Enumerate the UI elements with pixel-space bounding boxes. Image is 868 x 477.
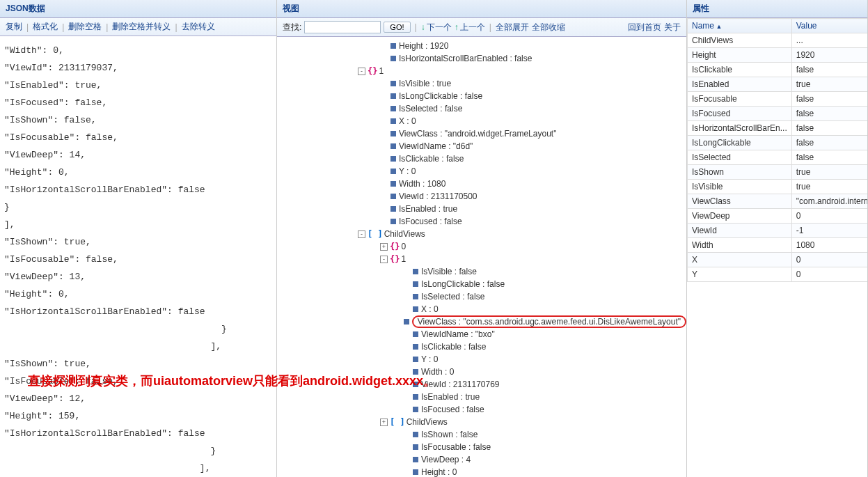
tree-view[interactable]: Height : 1920IsHorizontalScrollBarEnable… [277,37,686,477]
table-row[interactable]: IsLongClickablefalse [688,136,868,150]
prop-name: ViewClass [688,194,792,209]
tree-label: IsHorizontalScrollBarEnabled : false [399,54,532,63]
leaf-icon [390,181,396,187]
expand-icon[interactable]: + [380,419,388,426]
tree-row[interactable]: IsClickable : false [277,341,686,353]
tree-row[interactable]: IsLongClickable : false [277,278,686,290]
tree-row[interactable]: X : 0 [277,303,686,315]
expand-all-button[interactable]: 全部展开 [496,22,529,33]
tree-row[interactable]: Y : 0 [277,353,686,366]
prop-value: true [791,77,867,92]
json-panel-title: JSON数据 [0,0,276,18]
tree-row[interactable]: IsClickable : false [277,153,686,165]
prop-value: false [791,107,867,121]
prop-name: IsFocused [688,107,792,121]
tree-row[interactable]: -{}1 [277,253,686,265]
tree-row[interactable]: -{}1 [277,65,686,77]
tree-row[interactable]: IsLongClickable : false [277,90,686,102]
leaf-icon [404,319,409,324]
tree-label: IsEnabled : true [421,392,480,402]
array-icon: [ ] [390,417,405,427]
tree-row[interactable]: IsEnabled : true [277,391,686,403]
collapse-icon[interactable]: - [358,68,365,75]
expand-icon[interactable]: + [380,243,388,251]
table-row[interactable]: IsSelectedfalse [688,150,868,165]
tree-label: Y : 0 [399,166,416,176]
format-button[interactable]: 格式化 [33,21,58,33]
tree-row[interactable]: ViewId : 2131170500 [277,190,686,203]
tree-label: IsVisible : true [399,79,451,88]
tree-row[interactable]: Height : 0 [277,466,686,477]
prev-button[interactable]: 上一个 [455,22,485,33]
col-value[interactable]: Value [791,19,867,33]
collapse-all-button[interactable]: 全部收缩 [532,22,565,33]
tree-label: Height : 0 [421,467,457,477]
tree-row[interactable]: ViewDeep : 4 [277,453,686,466]
prop-name: IsSelected [688,150,792,165]
leaf-icon [413,306,418,312]
tree-row[interactable]: IsShown : false [277,428,686,441]
tree-label: ChildViews [407,417,448,427]
home-button[interactable]: 回到首页 [628,22,661,33]
remove-space-escape-button[interactable]: 删除空格并转义 [112,21,171,33]
tree-row[interactable]: ViewClass : "com.ss.android.ugc.aweme.fe… [277,315,686,328]
unescape-button[interactable]: 去除转义 [182,21,215,33]
about-button[interactable]: 关于 [664,22,681,33]
copy-button[interactable]: 复制 [6,21,22,33]
leaf-icon [390,106,396,111]
next-button[interactable]: 下一个 [421,22,452,33]
tree-label: ViewIdName : "bxo" [421,329,495,339]
tree-row[interactable]: Width : 0 [277,366,686,378]
tree-row[interactable]: IsFocused : false [277,403,686,416]
tree-row[interactable]: IsEnabled : true [277,203,686,215]
tree-row[interactable]: IsSelected : false [277,102,686,115]
table-row[interactable]: Y0 [688,267,868,282]
collapse-icon[interactable]: - [358,230,365,238]
table-row[interactable]: ChildViews... [688,33,868,48]
table-row[interactable]: IsVisibletrue [688,180,868,194]
table-row[interactable]: ViewDeep0 [688,209,868,224]
table-row[interactable]: IsHorizontalScrollBarEn...false [688,121,868,136]
leaf-icon [390,93,396,99]
tree-row[interactable]: ViewIdName : "bxo" [277,328,686,341]
tree-row[interactable]: IsFocusable : false [277,441,686,453]
tree-row[interactable]: +{}0 [277,240,686,253]
tree-row[interactable]: IsHorizontalScrollBarEnabled : false [277,52,686,65]
tree-label: IsVisible : false [421,267,477,276]
go-button[interactable]: GO! [384,22,410,33]
tree-row[interactable]: Width : 1080 [277,178,686,190]
view-toolbar: 查找: GO! | 下一个 上一个 | 全部展开 全部收缩 回到首页 关于 [277,18,686,37]
table-row[interactable]: Height1920 [688,48,868,63]
leaf-icon [390,43,396,49]
table-row[interactable]: IsFocusedfalse [688,107,868,121]
tree-label: IsShown : false [421,430,478,439]
tree-row[interactable]: X : 0 [277,115,686,127]
tree-row[interactable]: Height : 1920 [277,40,686,52]
table-row[interactable]: IsEnabledtrue [688,77,868,92]
tree-row[interactable]: +[ ]ChildViews [277,416,686,428]
tree-row[interactable]: Y : 0 [277,165,686,178]
prop-name: Y [688,267,792,282]
tree-row[interactable]: ViewId : 2131170769 [277,378,686,391]
table-row[interactable]: ViewClass"com.android.internal.p [688,194,868,209]
tree-row[interactable]: IsSelected : false [277,290,686,303]
tree-row[interactable]: ViewClass : "android.widget.FrameLayout" [277,127,686,140]
search-input[interactable] [304,21,381,33]
tree-row[interactable]: ViewIdName : "d6d" [277,140,686,153]
tree-row[interactable]: -[ ]ChildViews [277,228,686,240]
col-name[interactable]: Name [688,19,792,33]
tree-row[interactable]: IsFocused : false [277,215,686,228]
collapse-icon[interactable]: - [380,256,388,263]
table-row[interactable]: X0 [688,253,868,267]
tree-row[interactable]: IsVisible : true [277,77,686,90]
table-row[interactable]: IsClickablefalse [688,63,868,77]
prop-value: false [791,121,867,136]
table-row[interactable]: Width1080 [688,238,868,253]
table-row[interactable]: IsFocusablefalse [688,92,868,107]
table-row[interactable]: IsShowntrue [688,165,868,180]
tree-row[interactable]: IsVisible : false [277,265,686,278]
table-row[interactable]: ViewId-1 [688,224,868,238]
leaf-icon [390,219,396,224]
json-text-area[interactable]: "Width": 0, "ViewId": 2131179037, "IsEna… [0,36,276,477]
remove-space-button[interactable]: 删除空格 [68,21,102,33]
